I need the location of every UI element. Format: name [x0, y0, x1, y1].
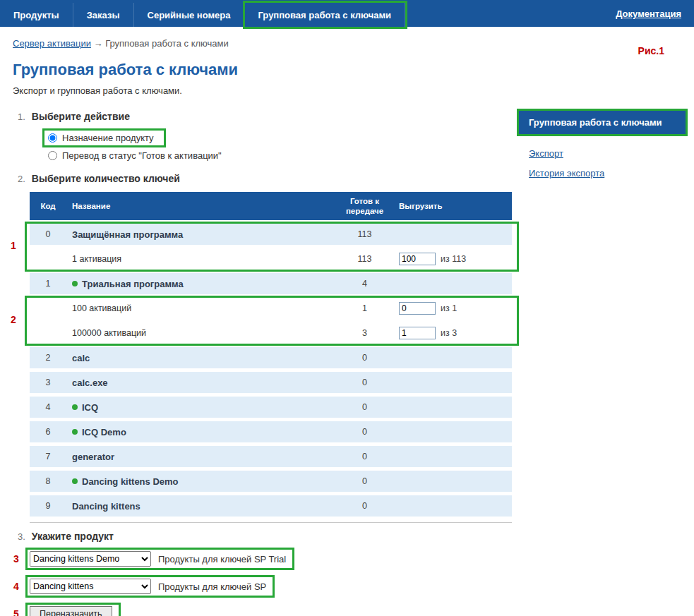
annotation-box-5: Переназначить: [25, 603, 121, 616]
trial-product-label: Продукты для ключей SP Trial: [158, 554, 286, 564]
annotation-number-2: 2: [11, 314, 16, 325]
cell-ready: 0: [335, 353, 395, 363]
table-row: 1 Триальная программа 4: [30, 273, 512, 294]
reassign-button[interactable]: Переназначить: [30, 606, 112, 616]
tab-serial-numbers[interactable]: Серийные номера: [134, 3, 245, 27]
sidebar-links: Экспорт История экспорта: [529, 148, 686, 179]
documentation-link[interactable]: Документация: [616, 8, 681, 19]
page-title: Групповая работа с ключами: [13, 61, 694, 79]
top-navigation: Продукты Заказы Серийные номера Группова…: [0, 0, 694, 27]
product-name: ICQ: [82, 402, 98, 413]
sp-product-row: 4 Dancing kittens Продукты для ключей SP: [25, 575, 694, 598]
product-name: Dancing kittens Demo: [82, 476, 179, 487]
cell-ready: 1: [335, 303, 395, 313]
tab-products[interactable]: Продукты: [0, 3, 73, 27]
option-assign-product-label: Назначение продукту: [62, 133, 154, 143]
cell-ready: 0: [335, 452, 395, 461]
cell-code: 3: [30, 378, 66, 387]
table-header: Код Название Готов к передаче Выгрузить: [30, 192, 512, 220]
license-name: 1 активация: [72, 254, 121, 264]
step3-number: 3.: [18, 531, 25, 542]
sp-product-label: Продукты для ключей SP: [158, 581, 266, 592]
annotation-box-option1: Назначение продукту: [42, 128, 166, 147]
sp-product-select[interactable]: Dancing kittens: [30, 579, 151, 594]
cell-ready: 3: [335, 328, 395, 338]
tab-orders[interactable]: Заказы: [73, 3, 134, 27]
quantity-of-label: из 113: [441, 254, 466, 264]
annotation-box-4: Dancing kittens Продукты для ключей SP: [25, 575, 275, 598]
cell-ready: 0: [335, 476, 395, 486]
table-row: 0 Защищённая программа 113: [30, 224, 512, 245]
cell-ready: 113: [335, 254, 395, 264]
breadcrumb-home-link[interactable]: Сервер активации: [13, 38, 91, 49]
quantity-input[interactable]: [399, 327, 436, 339]
table-row: 7 generator 0: [30, 446, 512, 467]
header-ready: Готов к передаче: [335, 196, 395, 217]
table-row: 9 Dancing kittens 0: [30, 495, 512, 517]
quantity-input[interactable]: [399, 253, 436, 265]
step1-number: 1.: [18, 111, 25, 122]
product-name: ICQ Demo: [82, 427, 126, 437]
option-assign-product[interactable]: Назначение продукту: [48, 133, 154, 143]
header-unload: Выгрузить: [395, 202, 512, 210]
cell-ready: 0: [335, 402, 395, 412]
protected-product-icon: [72, 281, 78, 286]
option-ready-status-label: Перевод в статус "Готов к активации": [62, 150, 222, 161]
quantity-input[interactable]: [399, 302, 436, 315]
annotation-number-1: 1: [11, 240, 16, 251]
product-name: calc: [72, 353, 90, 363]
header-code: Код: [30, 202, 66, 210]
trial-product-row: 3 Dancing kittens Demo Продукты для ключ…: [25, 548, 694, 570]
cell-code: 8: [30, 476, 66, 486]
license-name: 100000 активаций: [72, 328, 146, 338]
cell-ready: 0: [335, 501, 395, 511]
radio-assign-product[interactable]: [48, 133, 57, 143]
step1-title: Выберите действие: [32, 111, 130, 122]
cell-code: 6: [30, 427, 66, 437]
protected-product-icon: [72, 429, 78, 435]
cell-ready: 4: [335, 279, 395, 289]
annotation-number-3: 3: [13, 553, 19, 564]
sidebar-item-group-key-work[interactable]: Групповая работа с ключами: [519, 111, 686, 134]
table-row: 100 активаций 1 из 1: [30, 298, 512, 319]
step2-number: 2.: [18, 174, 25, 184]
cell-code: 1: [30, 279, 66, 289]
cell-code: 7: [30, 452, 66, 461]
cell-ready: 113: [335, 229, 395, 239]
sidebar: Групповая работа с ключами Экспорт Истор…: [519, 111, 686, 188]
product-name: generator: [72, 452, 114, 462]
tab-group-key-work[interactable]: Групповая работа с ключами: [245, 3, 406, 27]
table-row: 6 ICQ Demo 0: [30, 421, 512, 442]
protected-product-icon: [72, 404, 78, 410]
quantity-of-label: из 3: [441, 328, 457, 338]
cell-code: 2: [30, 353, 66, 363]
table-row: 1 активация 113 из 113: [30, 248, 512, 270]
step2-title: Выберите количество ключей: [32, 173, 180, 184]
sidebar-item-export[interactable]: Экспорт: [529, 148, 686, 159]
keys-table: Код Название Готов к передаче Выгрузить …: [30, 192, 512, 523]
table-row: 100000 активаций 3 из 3: [30, 322, 512, 344]
product-name: Dancing kittens: [72, 501, 140, 512]
protected-product-icon: [72, 478, 78, 484]
cell-code: 4: [30, 402, 66, 412]
breadcrumb-current: Групповая работа с ключами: [105, 38, 229, 49]
license-name: 100 активаций: [72, 303, 131, 313]
cell-code: 0: [30, 229, 66, 239]
step3-title: Укажите продукт: [32, 531, 114, 542]
table-row: 8 Dancing kittens Demo 0: [30, 471, 512, 492]
sidebar-item-export-history[interactable]: История экспорта: [529, 168, 686, 179]
table-row: 3 calc.exe 0: [30, 372, 512, 393]
table-row: 2 calc 0: [30, 347, 512, 368]
page-subtitle: Экспорт и групповая работа с ключами.: [13, 85, 694, 96]
documentation-link-wrap: Документация: [616, 7, 694, 20]
breadcrumb-separator: →: [94, 38, 103, 49]
table-bottom-line: [30, 522, 512, 523]
table-row: 4 ICQ 0: [30, 397, 512, 418]
trial-product-select[interactable]: Dancing kittens Demo: [30, 551, 151, 567]
cell-ready: 0: [335, 378, 395, 387]
product-name: Защищённая программа: [72, 229, 183, 240]
annotation-box-3: Dancing kittens Demo Продукты для ключей…: [25, 548, 294, 570]
radio-ready-status[interactable]: [48, 151, 57, 160]
cell-ready: 0: [335, 427, 395, 437]
breadcrumb: Сервер активации → Групповая работа с кл…: [13, 38, 694, 49]
